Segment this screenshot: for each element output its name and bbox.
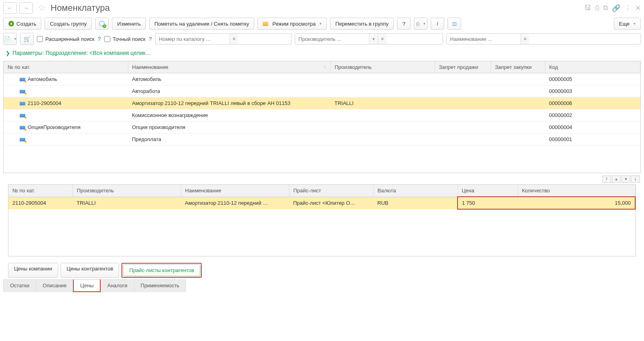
- splitter-up-button[interactable]: ▲: [612, 176, 621, 183]
- main-table-container: № по кат. Наименование ↓ Производитель З…: [3, 61, 641, 173]
- dcol-maker[interactable]: Производитель: [73, 185, 181, 197]
- maker-dropdown-button[interactable]: ▾: [369, 34, 378, 44]
- report-icon: 📄: [4, 36, 10, 42]
- splitter-controls: ⤒ ▲ ▼ ⤓: [0, 175, 644, 184]
- tab-description[interactable]: Описание: [36, 279, 73, 292]
- name-clear-button[interactable]: ✕: [520, 34, 529, 44]
- col-code[interactable]: Код: [545, 61, 640, 73]
- table-row[interactable]: 2110-2905004TRIALLIАмортизатор 2110-12 п…: [8, 197, 635, 209]
- col-buy-block[interactable]: Запрет закупки: [491, 61, 545, 73]
- tab-counterparty-pricelists[interactable]: Прайс-листы контрагентов: [123, 264, 200, 276]
- close-icon[interactable]: ✕: [635, 4, 641, 12]
- plus-icon: +: [8, 21, 14, 26]
- dcol-price[interactable]: Цена: [458, 185, 518, 197]
- exact-search-checkbox-label[interactable]: Точный поиск: [104, 36, 146, 42]
- create-group-button[interactable]: Создать группу: [45, 18, 92, 30]
- print-icon[interactable]: ⎙: [595, 4, 599, 12]
- folder-icon: [263, 22, 268, 26]
- print-dropdown-button[interactable]: ⎙: [414, 18, 427, 30]
- col-sale-block[interactable]: Запрет продажи: [435, 61, 491, 73]
- params-summary[interactable]: ❯ Параметры: Подразделение: <Вся компани…: [0, 46, 644, 59]
- help-button[interactable]: ?: [397, 18, 411, 30]
- tab-analogs[interactable]: Аналоги: [100, 279, 134, 292]
- save-icon[interactable]: 🖫: [584, 4, 591, 12]
- tab-company-prices[interactable]: Цены компании: [8, 263, 58, 278]
- catalog-number-input[interactable]: [156, 34, 229, 44]
- table-row[interactable]: Авторабота00000003: [4, 85, 640, 97]
- tab-applicability[interactable]: Применяемость: [134, 279, 186, 292]
- more-button[interactable]: Еще: [614, 18, 641, 30]
- dcol-name[interactable]: Наименование: [181, 185, 289, 197]
- globe-plus-icon: [99, 21, 105, 26]
- info-button[interactable]: i: [431, 18, 444, 30]
- item-icon: [20, 90, 25, 93]
- params-text: Параметры: Подразделение: <Вся компания …: [12, 50, 151, 56]
- dcol-pricelist[interactable]: Прайс-лист: [289, 185, 373, 197]
- tab-prices[interactable]: Цены: [73, 279, 101, 292]
- tab-counterparty-prices[interactable]: Цены контрагентов: [61, 263, 119, 278]
- splitter-top-button[interactable]: ⤒: [602, 176, 611, 183]
- table-row[interactable]: АвтомобильАвтомобиль00000005: [4, 73, 640, 85]
- sort-arrow-icon: ↓: [324, 64, 326, 69]
- item-icon: [20, 78, 25, 81]
- item-icon: [20, 114, 25, 117]
- catalog-clear-button[interactable]: ✕: [229, 34, 238, 44]
- favorite-star-icon[interactable]: ☆: [35, 3, 48, 13]
- magnifier-panel-icon: ⊡: [452, 21, 457, 27]
- table-row[interactable]: 2110-2905004Амортизатор 2110-12 передний…: [4, 97, 640, 109]
- filter-reports-button[interactable]: 📄: [3, 33, 17, 45]
- preview-icon[interactable]: ⧉: [603, 4, 608, 12]
- mark-delete-button[interactable]: Пометить на удаление / Снять пометку: [149, 18, 254, 30]
- view-mode-label: Режим просмотра: [272, 21, 316, 27]
- move-to-group-button[interactable]: Переместить в группу: [330, 18, 394, 30]
- item-icon: [20, 138, 25, 141]
- table-row[interactable]: Предоплата00000001: [4, 133, 640, 145]
- extended-search-text: Расширенный поиск: [45, 36, 94, 42]
- splitter-bottom-button[interactable]: ⤓: [631, 176, 640, 183]
- exact-search-checkbox[interactable]: [104, 36, 110, 42]
- item-icon: [20, 126, 25, 129]
- table-row[interactable]: Комиссионное вознаграждение00000002: [4, 109, 640, 121]
- dcol-qty[interactable]: Количество: [518, 185, 635, 197]
- col-name-label: Наименование: [132, 64, 168, 70]
- bottom-tabs: Остатки Описание Цены Аналоги Применяемо…: [3, 279, 641, 292]
- create-label: Создать: [16, 21, 36, 27]
- chevron-right-icon: ❯: [6, 50, 10, 56]
- item-icon: [20, 102, 25, 105]
- maker-clear-button[interactable]: ✕: [378, 34, 387, 44]
- printer-icon: ⎙: [416, 21, 419, 27]
- pricelist-table: № по кат. Производитель Наименование Пра…: [8, 185, 636, 210]
- exact-search-text: Точный поиск: [113, 36, 146, 42]
- help-icon-2[interactable]: ?: [149, 36, 152, 42]
- nomenclature-table: № по кат. Наименование ↓ Производитель З…: [4, 61, 640, 145]
- forward-button[interactable]: →: [19, 2, 33, 14]
- copy-global-button[interactable]: [95, 18, 109, 30]
- col-name[interactable]: Наименование ↓: [128, 61, 330, 73]
- view-mode-button[interactable]: Режим просмотра: [257, 18, 327, 30]
- cart-button[interactable]: 🛒: [20, 33, 34, 45]
- detail-table-container: № по кат. Производитель Наименование Пра…: [8, 184, 636, 256]
- name-input[interactable]: [447, 34, 520, 44]
- tab-stock[interactable]: Остатки: [3, 279, 36, 292]
- page-title: Номенклатура: [51, 3, 582, 13]
- extended-search-checkbox-label[interactable]: Расширенный поиск: [37, 36, 94, 42]
- splitter-down-button[interactable]: ▼: [622, 176, 630, 183]
- create-button[interactable]: + Создать: [3, 18, 41, 30]
- dcol-catnum[interactable]: № по кат.: [8, 185, 73, 197]
- cart-icon: 🛒: [24, 36, 30, 42]
- kebab-icon[interactable]: ⋮: [624, 4, 631, 12]
- back-button[interactable]: ←: [3, 2, 17, 14]
- col-catalog-num[interactable]: № по кат.: [4, 61, 128, 73]
- dcol-currency[interactable]: Валюта: [373, 185, 458, 197]
- link-icon[interactable]: 🔗: [612, 4, 620, 12]
- table-row[interactable]: ОпцияПроизводителяОпция производителя000…: [4, 121, 640, 133]
- maker-input[interactable]: [295, 34, 369, 44]
- price-subtabs: Цены компании Цены контрагентов Прайс-ли…: [8, 263, 636, 278]
- edit-button[interactable]: Изменить: [112, 18, 146, 30]
- col-maker[interactable]: Производитель: [330, 61, 435, 73]
- search-panel-button[interactable]: ⊡: [448, 18, 461, 30]
- extended-search-checkbox[interactable]: [37, 36, 43, 42]
- help-icon-1[interactable]: ?: [97, 36, 101, 42]
